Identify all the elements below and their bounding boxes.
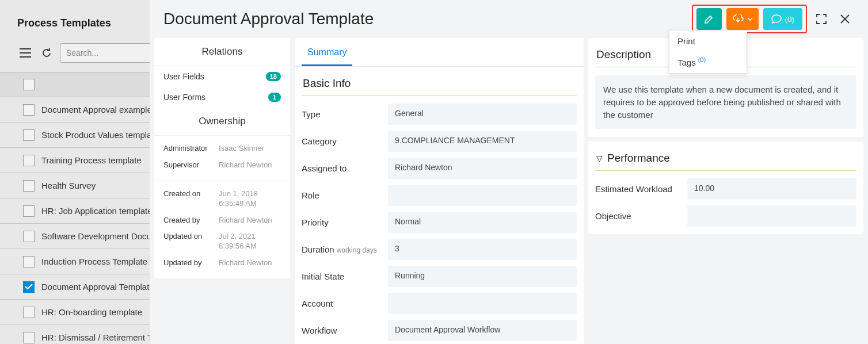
field-label-priority: Priority	[302, 217, 388, 227]
chat-button[interactable]: (0)	[763, 8, 802, 30]
ownership-label: Created on	[163, 189, 219, 198]
chevron-down-icon	[747, 17, 753, 21]
field-label-objective: Objective	[595, 211, 687, 221]
relation-label: User Forms	[163, 93, 205, 102]
ownership-value: Richard Newton	[219, 258, 272, 268]
action-highlight-group: (0)	[692, 5, 807, 33]
list-item-label: HR: Job Application template	[41, 206, 150, 216]
list-item-label: Document Approval Template	[41, 282, 150, 292]
list-checkbox[interactable]	[23, 231, 35, 242]
list-item[interactable]: Document Approval Template	[0, 274, 150, 300]
relation-badge: 1	[268, 93, 281, 102]
fullscreen-button[interactable]	[812, 9, 831, 29]
ownership-label: Created by	[163, 216, 219, 224]
ownership-value: Isaac Skinner	[219, 144, 264, 154]
field-workload[interactable]: 10.00	[687, 178, 856, 200]
list-item[interactable]: Training Process template	[0, 148, 150, 173]
list-item-label: Document Approval example	[41, 105, 150, 114]
list-item-label: Training Process template	[41, 155, 142, 165]
triangle-down-icon: ▽	[596, 154, 603, 163]
pencil-icon	[704, 14, 714, 24]
list-item[interactable]: Stock Product Values template	[0, 123, 150, 148]
list-item[interactable]: Software Development Document	[0, 224, 150, 249]
list-item[interactable]: HR: On-boarding template	[0, 300, 150, 325]
list-item-label: HR: Dismissal / Retirement Template	[41, 332, 150, 342]
ownership-value: Jul 2, 2021 8:39:56 AM	[219, 232, 281, 251]
main-title: Document Approval Template	[163, 10, 374, 28]
close-icon	[839, 13, 851, 25]
list-item-label: Stock Product Values template	[41, 130, 150, 140]
list-item-label: Software Development Document	[41, 231, 150, 241]
field-type[interactable]: General	[388, 104, 577, 125]
ownership-label: Supervisor	[163, 160, 219, 169]
list-item[interactable]: Document Approval example	[0, 97, 150, 123]
ownership-label: Administrator	[163, 144, 219, 152]
refresh-icon	[41, 48, 52, 58]
ownership-value: Jun 1, 2018 6:35:49 AM	[219, 189, 281, 209]
ownership-row: AdministratorIsaac Skinner	[154, 140, 290, 157]
ownership-label: Updated on	[163, 232, 219, 240]
field-workflow[interactable]: Document Approval Workflow	[388, 320, 577, 341]
ownership-row: Updated byRichard Newton	[154, 255, 290, 272]
list-item[interactable]: Health Survey	[0, 173, 150, 198]
list-item-label: Health Survey	[41, 181, 96, 190]
export-dropdown: Print Tags(0)	[669, 30, 747, 74]
field-initial[interactable]: Running	[388, 266, 577, 287]
field-label-type: Type	[302, 109, 388, 119]
list-item-label: HR: On-boarding template	[41, 307, 142, 317]
field-label-role: Role	[302, 190, 388, 200]
list-checkbox[interactable]	[23, 180, 35, 192]
list-checkbox[interactable]	[23, 155, 35, 166]
field-priority[interactable]: Normal	[388, 212, 577, 233]
list-checkbox[interactable]	[23, 256, 35, 267]
ownership-header: Ownership	[154, 108, 290, 135]
field-label-initial: Initial State	[302, 272, 388, 281]
edit-button[interactable]	[696, 8, 722, 30]
list-checkbox[interactable]	[23, 332, 35, 343]
field-duration[interactable]: 3	[388, 239, 577, 260]
refresh-button[interactable]	[39, 45, 54, 60]
list-item[interactable]: Induction Process Template	[0, 249, 150, 274]
field-label-account: Account	[302, 299, 388, 308]
relations-header: Relations	[154, 38, 290, 66]
field-account[interactable]	[388, 293, 577, 314]
cloud-download-icon	[732, 14, 744, 24]
export-button[interactable]	[726, 8, 759, 30]
ownership-value: Richard Newton	[219, 216, 272, 225]
chat-count: (0)	[785, 15, 794, 24]
menu-button[interactable]	[17, 46, 33, 60]
list-item-label: Induction Process Template	[41, 257, 147, 266]
page-title: Process Templates	[0, 10, 150, 41]
field-assigned[interactable]: Richard Newton	[388, 158, 577, 179]
list-item[interactable]: HR: Job Application template	[0, 198, 150, 224]
ownership-label: Updated by	[163, 258, 219, 267]
performance-header[interactable]: ▽Performance	[595, 144, 856, 171]
hamburger-icon	[20, 48, 31, 58]
relation-item[interactable]: User Forms1	[154, 87, 290, 108]
list-checkbox[interactable]	[23, 205, 35, 217]
list-checkbox[interactable]	[23, 104, 35, 116]
list-item[interactable]: HR: Dismissal / Retirement Template	[0, 325, 150, 344]
list-checkbox[interactable]	[23, 129, 35, 141]
field-role[interactable]	[388, 185, 577, 206]
list-checkbox[interactable]	[23, 307, 35, 318]
expand-icon	[815, 13, 828, 25]
relation-label: User Fields	[163, 72, 204, 81]
ownership-row: Created byRichard Newton	[154, 212, 290, 229]
select-all-checkbox[interactable]	[23, 79, 35, 90]
field-label-workload: Estimated Workload	[595, 184, 687, 194]
dropdown-print[interactable]: Print	[669, 30, 747, 52]
description-text: We use this template when a new document…	[595, 75, 856, 129]
field-label-workflow: Workflow	[302, 326, 388, 335]
relation-item[interactable]: User Fields18	[154, 66, 290, 87]
close-button[interactable]	[836, 10, 854, 28]
chat-icon	[771, 14, 782, 24]
field-label-duration: Durationworking days	[302, 244, 388, 254]
field-objective[interactable]	[687, 205, 856, 227]
ownership-value: Richard Newton	[219, 160, 272, 170]
field-label-assigned: Assigned to	[302, 163, 388, 173]
dropdown-tags[interactable]: Tags(0)	[669, 52, 747, 73]
tab-summary[interactable]: Summary	[302, 38, 352, 66]
field-category[interactable]: 9.COMPLIANCE MANAGEMENT	[388, 131, 577, 152]
list-checkbox[interactable]	[23, 281, 35, 293]
